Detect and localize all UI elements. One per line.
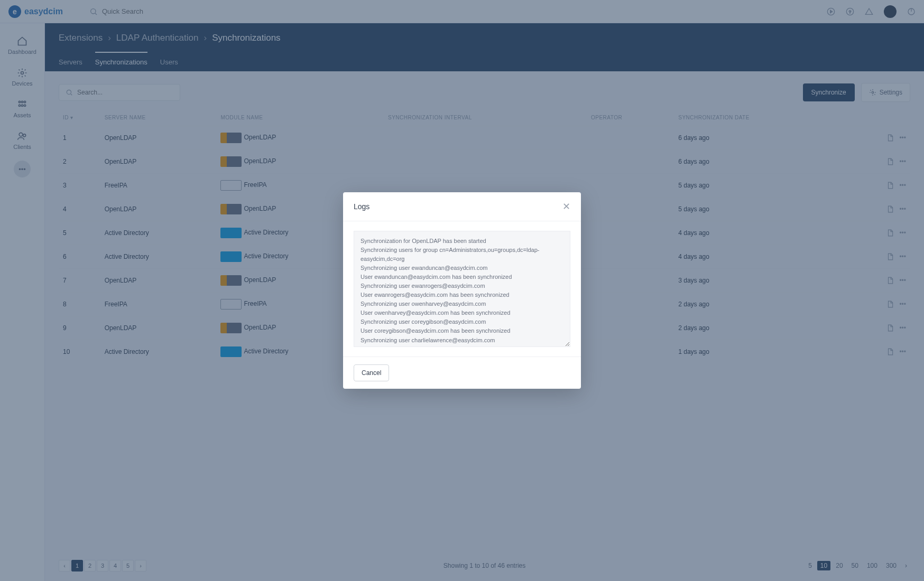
modal-overlay: Logs ✕ Synchronization for OpenLDAP has … (0, 0, 924, 23)
